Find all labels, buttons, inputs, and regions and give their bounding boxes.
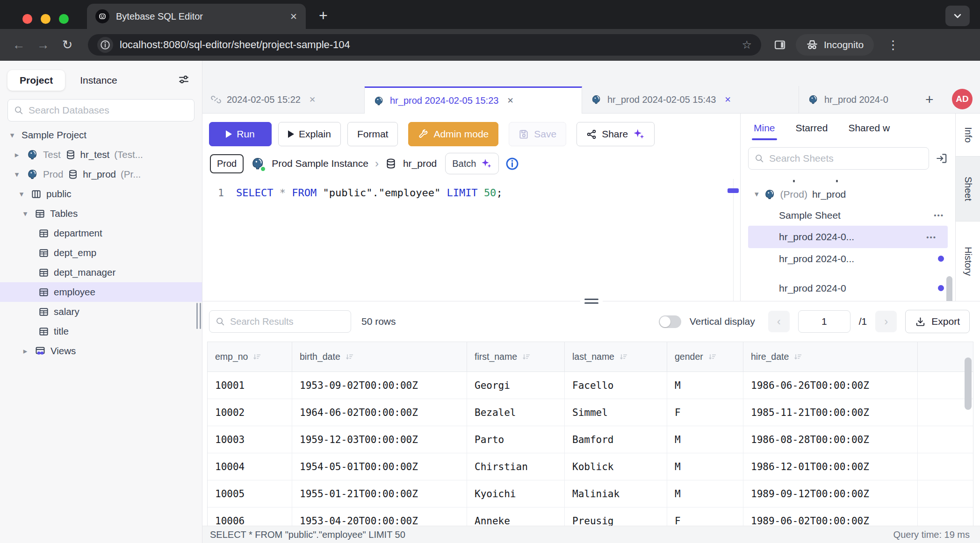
column-header-hire-date[interactable]: hire_date: [743, 342, 918, 372]
back-icon[interactable]: ←: [8, 38, 29, 52]
forward-icon[interactable]: →: [33, 38, 53, 52]
results-scrollbar[interactable]: [965, 357, 972, 410]
cell[interactable]: 1954-05-01T00:00:00Z: [292, 453, 467, 480]
more-menu-icon[interactable]: •••: [926, 233, 937, 241]
import-sheet-icon[interactable]: [936, 152, 948, 164]
cell[interactable]: 1953-04-20T00:00:00Z: [292, 507, 467, 526]
close-tab-icon[interactable]: ✕: [507, 96, 513, 106]
cell[interactable]: M: [667, 480, 743, 507]
tab-starred[interactable]: Starred: [787, 116, 836, 141]
tab-history[interactable]: History: [956, 221, 980, 301]
cell[interactable]: Maliniak: [565, 480, 667, 507]
sheet-list-scrollbar[interactable]: [946, 276, 952, 301]
environment-chip[interactable]: Prod: [210, 154, 244, 173]
column-header-emp-no[interactable]: emp_no: [208, 342, 292, 372]
share-button[interactable]: Share: [576, 122, 655, 146]
ai-sparkle-icon[interactable]: [633, 128, 645, 140]
caret-down-icon[interactable]: ▾: [17, 189, 26, 199]
sort-icon[interactable]: [345, 352, 354, 362]
tree-item-table-dept-emp[interactable]: dept_emp: [0, 243, 202, 263]
cell[interactable]: 1986-12-01T00:00:00Z: [743, 453, 918, 480]
tree-item-schema-public[interactable]: ▾ public: [0, 184, 202, 204]
save-button[interactable]: Save: [509, 122, 566, 146]
caret-down-icon[interactable]: ▾: [7, 130, 17, 140]
results-search-input[interactable]: [230, 316, 354, 327]
cell[interactable]: M: [667, 372, 743, 399]
browser-tab-close-icon[interactable]: ✕: [290, 11, 297, 22]
caret-down-icon[interactable]: ▾: [21, 209, 30, 219]
table-row[interactable]: 10003 1959-12-03T00:00:00Z Parto Bamford…: [208, 426, 973, 453]
vertical-display-toggle[interactable]: [659, 315, 681, 328]
tree-item-hr-test[interactable]: ▸ Test hr_test (Test...: [0, 145, 202, 164]
table-row-clipped[interactable]: 10006 1953-04-20T00:00:00Z Anneke Preusi…: [208, 507, 973, 526]
bookmark-star-icon[interactable]: ☆: [742, 38, 752, 51]
cell[interactable]: F: [667, 507, 743, 526]
column-header-first-name[interactable]: first_name: [467, 342, 565, 372]
sheet-search-input[interactable]: [769, 153, 923, 164]
cell[interactable]: Kyoichi: [467, 480, 565, 507]
sort-icon[interactable]: [708, 352, 717, 362]
tab-mine[interactable]: Mine: [745, 116, 784, 141]
sheet-item-sample[interactable]: Sample Sheet •••: [741, 205, 955, 226]
cell[interactable]: 10001: [208, 372, 292, 399]
sql-statement[interactable]: SELECT * FROM "public"."employee" LIMIT …: [236, 185, 503, 301]
cell[interactable]: Chirstian: [467, 453, 565, 480]
sheet-item-clipped[interactable]: hr_prod 2024-0: [741, 278, 955, 299]
cell[interactable]: Anneke: [467, 507, 565, 526]
next-page-button[interactable]: ›: [875, 311, 897, 332]
sheet-tab-4[interactable]: hr_prod 2024-0: [799, 86, 919, 113]
url-text[interactable]: localhost:8080/sql-editor/sheet/project-…: [120, 39, 735, 51]
cell[interactable]: 10002: [208, 399, 292, 426]
caret-right-icon[interactable]: ▸: [12, 150, 22, 160]
tree-item-hr-prod[interactable]: ▾ Prod hr_prod (Pr...: [0, 164, 202, 184]
sort-icon[interactable]: [619, 352, 628, 362]
cell[interactable]: Bamford: [565, 426, 667, 453]
caret-right-icon[interactable]: ▸: [21, 346, 30, 356]
filter-settings-icon[interactable]: [173, 71, 195, 90]
cell[interactable]: 10004: [208, 453, 292, 480]
cell[interactable]: 10003: [208, 426, 292, 453]
reload-icon[interactable]: ↻: [57, 37, 78, 52]
cell[interactable]: Facello: [565, 372, 667, 399]
sort-icon[interactable]: [793, 352, 803, 362]
address-bar[interactable]: localhost:8080/sql-editor/sheet/project-…: [88, 34, 761, 56]
sheet-tab-2-active[interactable]: hr_prod 2024-02-05 15:23 ✕: [365, 86, 582, 114]
database-name[interactable]: hr_prod: [403, 158, 437, 169]
tab-instance[interactable]: Instance: [68, 70, 129, 91]
cell[interactable]: 1986-06-26T00:00:00Z: [743, 372, 918, 399]
sheet-item-selected[interactable]: hr_prod 2024-0... •••: [748, 226, 948, 248]
caret-down-icon[interactable]: ▾: [755, 189, 759, 199]
tab-sheet[interactable]: Sheet: [956, 157, 980, 222]
browser-menu-icon[interactable]: ⋮: [883, 38, 903, 52]
cell[interactable]: 10006: [208, 507, 292, 526]
side-panel-icon[interactable]: [773, 38, 786, 51]
database-search-input[interactable]: [29, 105, 188, 116]
close-tab-icon[interactable]: ✕: [724, 95, 731, 105]
format-button[interactable]: Format: [347, 122, 398, 146]
sort-icon[interactable]: [522, 352, 531, 362]
editor-scroll-thumb[interactable]: [728, 188, 739, 193]
tree-item-table-dept-manager[interactable]: dept_manager: [0, 263, 202, 282]
cell[interactable]: 1989-06-02T00:00:00Z: [743, 507, 918, 526]
explain-button[interactable]: Explain: [278, 122, 341, 146]
sheet-item-unsaved[interactable]: hr_prod 2024-0...: [741, 248, 955, 269]
tree-item-table-employee[interactable]: employee: [0, 282, 202, 302]
column-header-birth-date[interactable]: birth_date: [292, 342, 467, 372]
tree-item-table-salary[interactable]: salary: [0, 302, 202, 322]
cell[interactable]: Koblick: [565, 453, 667, 480]
cell[interactable]: Georgi: [467, 372, 565, 399]
cell[interactable]: Simmel: [565, 399, 667, 426]
browser-tab[interactable]: Bytebase SQL Editor ✕: [87, 4, 306, 29]
tree-item-table-title[interactable]: title: [0, 322, 202, 341]
new-browser-tab-button[interactable]: +: [319, 7, 328, 24]
column-header-gender[interactable]: gender: [667, 342, 743, 372]
cell[interactable]: 1953-09-02T00:00:00Z: [292, 372, 467, 399]
cell[interactable]: M: [667, 453, 743, 480]
sidebar-resize-handle[interactable]: [196, 303, 201, 329]
minimize-window-button[interactable]: [41, 14, 50, 24]
sheet-search[interactable]: [748, 147, 929, 170]
batch-button[interactable]: Batch: [445, 153, 499, 174]
close-window-button[interactable]: [22, 14, 32, 24]
tab-search-button[interactable]: [945, 6, 970, 26]
instance-name[interactable]: Prod Sample Instance: [272, 158, 368, 169]
